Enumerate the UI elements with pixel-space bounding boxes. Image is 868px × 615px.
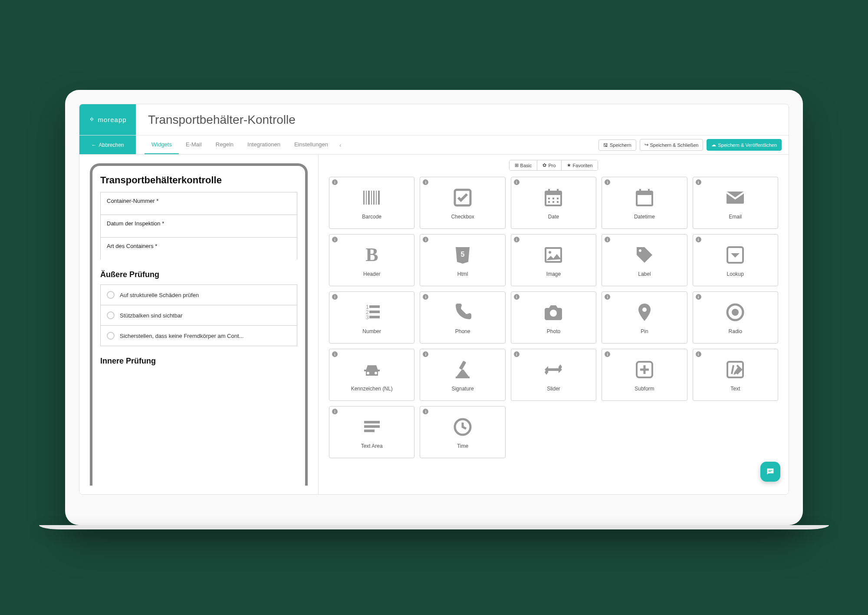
info-icon[interactable]: i — [514, 237, 519, 242]
svg-point-36 — [642, 308, 647, 312]
info-icon[interactable]: i — [423, 179, 428, 185]
widget-email[interactable]: iEmail — [693, 177, 778, 229]
tabs: WidgetsE-MailRegelnIntegrationenEinstell… — [136, 136, 598, 154]
widget-label: Checkbox — [451, 214, 474, 220]
info-icon[interactable]: i — [605, 294, 610, 300]
radio-icon — [107, 291, 115, 299]
html-icon: 5 — [451, 243, 474, 267]
info-icon[interactable]: i — [423, 237, 428, 242]
info-icon[interactable]: i — [332, 409, 338, 414]
widget-label[interactable]: iLabel — [602, 234, 687, 286]
info-icon[interactable]: i — [514, 351, 519, 357]
widget-checkbox[interactable]: iCheckbox — [420, 177, 505, 229]
svg-rect-32 — [369, 305, 380, 308]
widget-textarea[interactable]: iText Area — [329, 406, 414, 458]
info-icon[interactable]: i — [423, 351, 428, 357]
grid-icon: ⊞ — [515, 162, 519, 168]
widget-signature[interactable]: iSignature — [420, 349, 505, 401]
email-icon — [723, 186, 747, 209]
info-icon[interactable]: i — [696, 179, 701, 185]
check-item[interactable]: Auf strukturelle Schäden prüfen — [100, 284, 297, 305]
phone-icon — [451, 301, 474, 324]
svg-rect-53 — [768, 471, 771, 472]
widget-text[interactable]: iText — [693, 349, 778, 401]
info-icon[interactable]: i — [696, 351, 701, 357]
cancel-button[interactable]: Abbrechen — [79, 136, 136, 154]
widget-header[interactable]: iBHeader — [329, 234, 414, 286]
widget-pane: ⊞ Basic ✿ Pro ★ Favoriten — [318, 155, 789, 494]
filter-favorites[interactable]: ★ Favoriten — [562, 160, 598, 170]
radio-icon — [107, 311, 115, 319]
svg-rect-4 — [373, 191, 375, 205]
widget-barcode[interactable]: iBarcode — [329, 177, 414, 229]
info-icon[interactable]: i — [332, 179, 338, 185]
widget-subform[interactable]: iSubform — [602, 349, 687, 401]
svg-rect-5 — [376, 191, 377, 205]
svg-rect-20 — [639, 189, 641, 193]
svg-point-40 — [375, 372, 377, 374]
widget-date[interactable]: iDate — [511, 177, 596, 229]
filter-pro[interactable]: ✿ Pro — [537, 160, 561, 170]
svg-rect-2 — [368, 191, 370, 205]
info-icon[interactable]: i — [423, 409, 428, 414]
preview-pane: Transportbehälterkontrolle Container-Num… — [79, 155, 318, 494]
info-icon[interactable]: i — [332, 237, 338, 242]
tab-integrationen[interactable]: Integrationen — [240, 136, 287, 154]
chat-icon — [766, 467, 775, 476]
brand-logo[interactable]: moreapp — [79, 104, 136, 135]
save-publish-button[interactable]: ☁ Speichern & Veröffentlichen — [707, 139, 782, 151]
tab-e-mail[interactable]: E-Mail — [179, 136, 209, 154]
widget-time[interactable]: iTime — [420, 406, 505, 458]
widget-slider[interactable]: iSlider — [511, 349, 596, 401]
info-icon[interactable]: i — [514, 294, 519, 300]
form-field[interactable]: Datum der Inspektion * — [101, 215, 297, 238]
form-field[interactable]: Container-Nummer * — [101, 192, 297, 215]
info-icon[interactable]: i — [332, 294, 338, 300]
tab-einstellungen[interactable]: Einstellungen — [287, 136, 335, 154]
info-icon[interactable]: i — [696, 237, 701, 242]
widget-label: Phone — [455, 328, 470, 334]
widget-pin[interactable]: iPin — [602, 291, 687, 344]
widget-number[interactable]: i123Number — [329, 291, 414, 344]
check-item[interactable]: Sicherstellen, dass keine Fremdkörper am… — [100, 326, 297, 346]
info-icon[interactable]: i — [605, 237, 610, 242]
widget-label: Barcode — [362, 214, 381, 220]
widget-label: Signature — [451, 386, 473, 392]
widget-html[interactable]: i5Html — [420, 234, 505, 286]
save-button[interactable]: 🖫 Speichern — [598, 139, 636, 151]
info-icon[interactable]: i — [605, 351, 610, 357]
widget-label: Radio — [729, 328, 742, 334]
widget-radio[interactable]: iRadio — [693, 291, 778, 344]
info-icon[interactable]: i — [696, 294, 701, 300]
info-icon[interactable]: i — [514, 179, 519, 185]
svg-rect-11 — [557, 189, 559, 193]
widget-label: Email — [729, 214, 742, 220]
info-icon[interactable]: i — [605, 179, 610, 185]
photo-icon — [542, 301, 565, 324]
save-close-button[interactable]: ↪ Speichern & Schließen — [640, 139, 704, 151]
svg-rect-14 — [557, 198, 559, 199]
tab-widgets[interactable]: Widgets — [145, 136, 179, 154]
widget-image[interactable]: iImage — [511, 234, 596, 286]
star-icon: ★ — [567, 162, 571, 168]
widget-phone[interactable]: iPhone — [420, 291, 505, 344]
filter-basic[interactable]: ⊞ Basic — [510, 160, 538, 170]
widget-label: Date — [548, 214, 559, 220]
text-icon — [723, 358, 747, 381]
chat-fab[interactable] — [760, 462, 780, 482]
widget-label: Lookup — [727, 271, 744, 277]
form-field[interactable]: Art des Containers * — [101, 238, 297, 260]
workspace: Transportbehälterkontrolle Container-Num… — [79, 155, 789, 494]
info-icon[interactable]: i — [423, 294, 428, 300]
section-title: Innere Prüfung — [100, 357, 297, 366]
info-icon[interactable]: i — [332, 351, 338, 357]
check-item[interactable]: Stützbalken sind sichtbar — [100, 305, 297, 326]
widget-label: Subform — [635, 386, 654, 392]
widget-photo[interactable]: iPhoto — [511, 291, 596, 344]
barcode-icon — [360, 186, 384, 209]
widget-license[interactable]: iKennzeichen (NL) — [329, 349, 414, 401]
widget-lookup[interactable]: iLookup — [693, 234, 778, 286]
chevron-left-icon[interactable]: ‹ — [335, 142, 346, 149]
widget-datetime[interactable]: iDatetime — [602, 177, 687, 229]
tab-regeln[interactable]: Regeln — [209, 136, 240, 154]
